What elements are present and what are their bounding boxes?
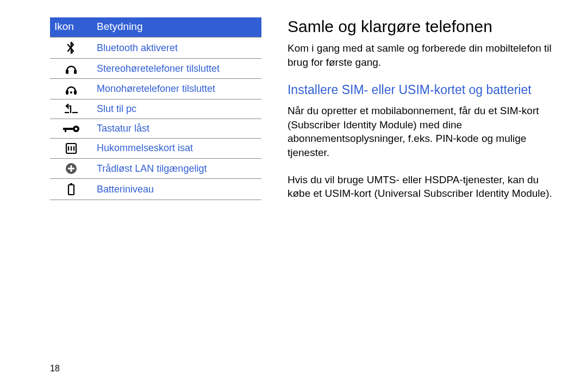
table-row: Bluetooth aktiveret xyxy=(50,38,261,59)
stereo-headphones-icon xyxy=(65,63,78,74)
bluetooth-icon xyxy=(66,41,76,54)
table-cell-label: Stereohøretelefoner tilsluttet xyxy=(92,59,261,79)
table-row: Tastatur låst xyxy=(50,119,261,138)
key-icon xyxy=(63,125,79,133)
svg-point-4 xyxy=(70,91,72,94)
table-row: Slut til pc xyxy=(50,99,261,119)
table-row: Monohøretelefoner tilsluttet xyxy=(50,79,261,99)
intro-paragraph: Kom i gang med at samle og forberede din… xyxy=(288,41,557,69)
svg-rect-6 xyxy=(65,128,66,132)
battery-icon xyxy=(67,183,76,196)
table-row: Batteriniveau xyxy=(50,179,261,200)
table-row: Trådløst LAN tilgængeligt xyxy=(50,159,261,179)
table-cell-label: Slut til pc xyxy=(92,99,261,119)
table-cell-label: Tastatur låst xyxy=(92,119,261,138)
svg-rect-1 xyxy=(74,70,77,74)
table-row: Stereohøretelefoner tilsluttet xyxy=(50,59,261,79)
svg-rect-5 xyxy=(63,128,73,130)
table-cell-label: Trådløst LAN tilgængeligt xyxy=(92,159,261,179)
table-row: Hukommelseskort isat xyxy=(50,138,261,158)
table-cell-label: Monohøretelefoner tilsluttet xyxy=(92,79,261,99)
table-header-meaning: Betydning xyxy=(92,17,261,38)
svg-rect-3 xyxy=(74,90,77,95)
svg-point-8 xyxy=(75,128,78,130)
page-number: 18 xyxy=(50,364,60,374)
mono-headphones-icon xyxy=(65,83,78,95)
body-paragraph-1: Når du opretter et mobilabonnement, får … xyxy=(288,104,557,160)
connect-pc-icon xyxy=(64,104,78,115)
svg-rect-17 xyxy=(71,169,72,172)
table-header-icon: Ikon xyxy=(50,17,92,38)
table-cell-label: Batteriniveau xyxy=(92,179,261,200)
svg-rect-19 xyxy=(70,183,72,185)
wifi-icon xyxy=(65,163,77,175)
section-heading: Samle og klargøre telefonen xyxy=(288,17,557,36)
svg-rect-2 xyxy=(66,90,68,95)
icon-meaning-table: Ikon Betydning Bluetooth aktiveret xyxy=(50,17,261,200)
svg-rect-18 xyxy=(68,185,74,195)
memory-card-icon xyxy=(65,142,77,154)
svg-rect-0 xyxy=(66,70,68,74)
table-cell-label: Hukommelseskort isat xyxy=(92,138,261,158)
body-paragraph-2: Hvis du vil bruge UMTS- eller HSDPA-tjen… xyxy=(288,173,557,201)
subsection-heading: Installere SIM- eller USIM-kortet og bat… xyxy=(288,82,557,98)
table-cell-label: Bluetooth aktiveret xyxy=(92,38,261,59)
